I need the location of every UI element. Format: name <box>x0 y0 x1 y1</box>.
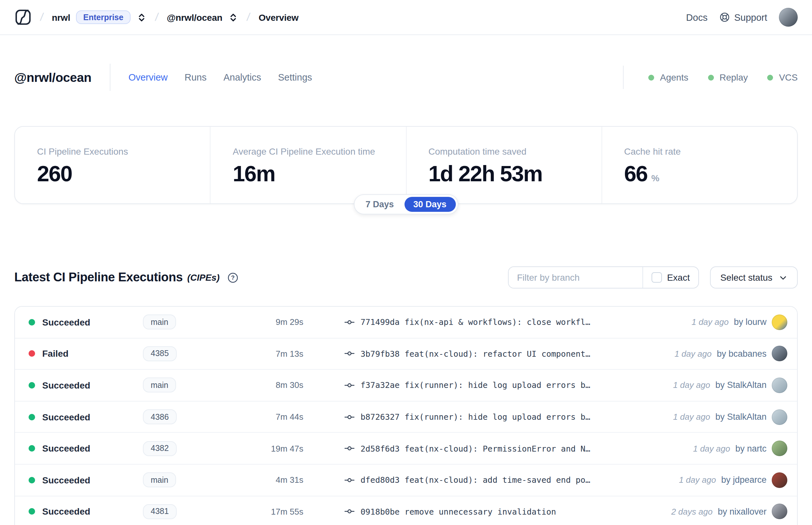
breadcrumb-org[interactable]: nrwl <box>52 12 70 22</box>
workspace-status: Agents Replay VCS <box>623 65 798 89</box>
commit-message[interactable]: 2d58f6d3 feat(nx-cloud): PermissionError… <box>361 444 590 453</box>
org-switcher-chevrons-icon[interactable] <box>136 12 147 22</box>
status-label: Succeeded <box>42 411 90 422</box>
branch-filter-group: Exact <box>508 266 699 288</box>
stat-cell: Cache hit rate 66 % <box>601 127 797 204</box>
commit-message[interactable]: b8726327 fix(runner): hide log upload er… <box>361 412 590 422</box>
time-ago: 2 days ago <box>671 507 713 516</box>
time-ago: 1 day ago <box>675 349 711 359</box>
author[interactable]: by lourw <box>734 317 767 327</box>
tab[interactable]: Analytics <box>224 72 261 82</box>
table-row[interactable]: Succeeded 4381 17m 55s <box>15 496 797 525</box>
table-row[interactable]: Failed 4385 7m 13s <box>15 338 797 370</box>
author-avatar[interactable] <box>772 346 787 362</box>
author-avatar[interactable] <box>772 409 787 425</box>
cipe-section-header: Latest CI Pipeline Executions (CIPEs) ? … <box>14 266 798 288</box>
author[interactable]: by nartc <box>735 444 767 453</box>
status-dot-icon <box>29 350 35 357</box>
status-indicator[interactable]: VCS <box>767 72 798 82</box>
commit-message[interactable]: dfed80d3 feat(nx-cloud): add time-saved … <box>361 475 590 485</box>
exact-toggle[interactable]: Exact <box>642 267 698 288</box>
commit-cell: 2d58f6d3 feat(nx-cloud): PermissionError… <box>303 443 693 453</box>
user-avatar[interactable] <box>779 8 798 27</box>
duration-cell: 9m 29s <box>214 317 303 327</box>
branch-badge[interactable]: 4386 <box>143 409 177 424</box>
author-avatar[interactable] <box>772 504 787 520</box>
author-avatar[interactable] <box>772 377 787 393</box>
nx-logo-icon[interactable] <box>14 9 32 26</box>
svg-text:?: ? <box>231 274 235 281</box>
commit-cell: dfed80d3 feat(nx-cloud): add time-saved … <box>303 475 679 485</box>
commit-message[interactable]: f37a32ae fix(runner): hide log upload er… <box>361 380 590 390</box>
tab[interactable]: Runs <box>184 72 206 82</box>
meta-cell: 1 day ago by StalkAltan <box>673 377 797 393</box>
branch-filter-input[interactable] <box>509 267 642 288</box>
status-dot-icon <box>29 508 35 515</box>
author[interactable]: by StalkAltan <box>715 380 767 390</box>
status-dot-icon <box>29 477 35 483</box>
table-row[interactable]: Succeeded main 8m 30s <box>15 370 797 401</box>
status-indicator[interactable]: Replay <box>708 72 748 82</box>
help-icon[interactable]: ? <box>227 272 239 283</box>
git-commit-icon <box>344 443 355 453</box>
section-subtitle: (CIPEs) <box>187 272 219 283</box>
author[interactable]: by StalkAltan <box>715 412 767 422</box>
author-avatar[interactable] <box>772 472 787 488</box>
branch-badge[interactable]: 4385 <box>143 346 177 361</box>
page: / nrwl Enterprise / @nrwl/ocean / Overvi… <box>0 0 812 525</box>
branch-badge[interactable]: 4381 <box>143 504 177 519</box>
commit-message[interactable]: 771499da fix(nx-api & workflows): close … <box>361 317 590 327</box>
branch-badge[interactable]: main <box>143 473 176 487</box>
branch-cell: 4386 <box>143 409 214 424</box>
green-dot-icon <box>767 74 773 80</box>
workspace-header: @nrwl/ocean Overview Runs Analytics Sett… <box>14 64 798 91</box>
section-title: Latest CI Pipeline Executions <box>14 270 183 285</box>
author-avatar[interactable] <box>772 314 787 330</box>
git-commit-icon <box>344 475 355 485</box>
author[interactable]: by nixallover <box>718 507 767 516</box>
exact-checkbox[interactable] <box>652 272 662 283</box>
branch-badge[interactable]: main <box>143 315 176 330</box>
status-label: Succeeded <box>42 443 90 453</box>
status-indicator[interactable]: Agents <box>648 72 688 82</box>
status-select[interactable]: Select status <box>710 266 798 288</box>
branch-badge[interactable]: 4382 <box>143 441 177 456</box>
enterprise-badge[interactable]: Enterprise <box>76 10 131 24</box>
table-row[interactable]: Succeeded 4382 19m 47s <box>15 433 797 465</box>
range-option[interactable]: 30 Days <box>404 197 456 212</box>
docs-link[interactable]: Docs <box>686 12 707 22</box>
stat-value: 16m <box>233 161 275 186</box>
author[interactable]: by bcabanes <box>717 349 767 359</box>
table-row[interactable]: Succeeded main 9m 29s <box>15 307 797 338</box>
time-ago: 1 day ago <box>673 380 710 390</box>
status-cell: Succeeded <box>15 380 143 390</box>
commit-message[interactable]: 3b79fb38 feat(nx-cloud): refactor UI com… <box>361 349 590 359</box>
stats-card: CI Pipeline Executions 260 Average CI Pi… <box>14 126 798 204</box>
branch-cell: main <box>143 473 214 487</box>
commit-cell: 0918b0be remove unnecessary invalidation <box>303 507 671 517</box>
breadcrumb-workspace[interactable]: @nrwl/ocean <box>167 12 222 22</box>
stat-label: Computation time saved <box>428 146 601 156</box>
stat-value: 260 <box>37 161 72 186</box>
support-link[interactable]: Support <box>719 12 767 23</box>
meta-cell: 1 day ago by jdpearce <box>679 472 797 488</box>
range-option[interactable]: 7 Days <box>356 197 403 212</box>
table-row[interactable]: Succeeded 4386 7m 44s <box>15 402 797 433</box>
branch-badge[interactable]: main <box>143 378 176 393</box>
author-avatar[interactable] <box>772 440 787 456</box>
tab[interactable]: Settings <box>278 72 312 82</box>
branch-cell: 4385 <box>143 346 214 361</box>
status-cell: Succeeded <box>15 317 143 328</box>
commit-message[interactable]: 0918b0be remove unnecessary invalidation <box>361 507 556 516</box>
stat-cell: CI Pipeline Executions 260 <box>15 127 210 204</box>
commit-cell: f37a32ae fix(runner): hide log upload er… <box>303 380 673 390</box>
table-row[interactable]: Succeeded main 4m 31s <box>15 465 797 496</box>
status-label: Succeeded <box>42 380 90 390</box>
author[interactable]: by jdpearce <box>721 475 767 485</box>
meta-cell: 1 day ago by bcabanes <box>675 346 797 362</box>
top-nav: / nrwl Enterprise / @nrwl/ocean / Overvi… <box>0 0 812 35</box>
workspace-switcher-chevrons-icon[interactable] <box>228 12 239 22</box>
tab[interactable]: Overview <box>128 72 168 82</box>
workspace-tabs: Overview Runs Analytics Settings <box>128 72 312 82</box>
stat-cell: Computation time saved 1d 22h 53m <box>406 127 601 204</box>
